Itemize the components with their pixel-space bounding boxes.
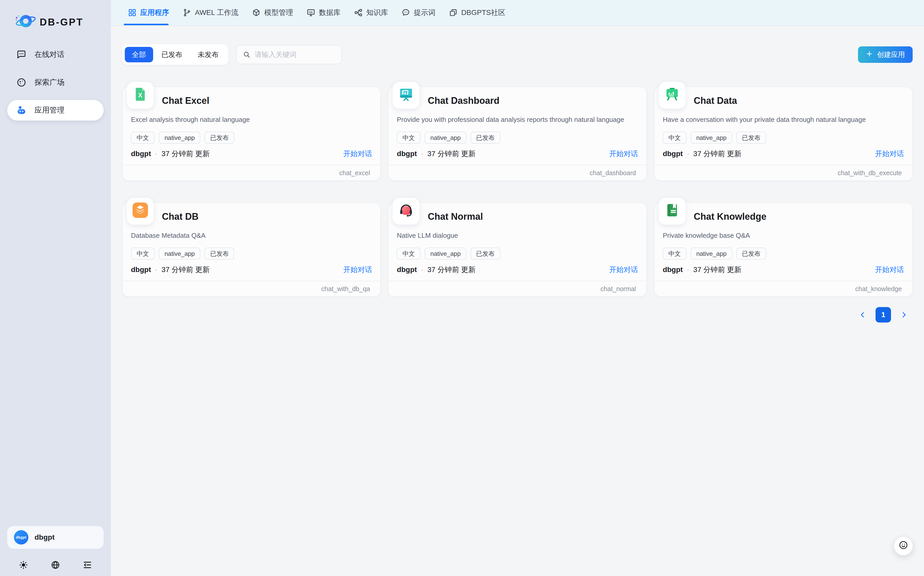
top-tabs: 应用程序 AWEL 工作流 模型管理 SQL 数据库 知识库 提示词 DBGPT…: [121, 0, 512, 25]
main-column: 应用程序 AWEL 工作流 模型管理 SQL 数据库 知识库 提示词 DBGPT…: [111, 0, 924, 576]
top-navbar: 应用程序 AWEL 工作流 模型管理 SQL 数据库 知识库 提示词 DBGPT…: [111, 0, 924, 26]
app-card-title: Chat Data: [694, 95, 737, 106]
meta-separator: ·: [155, 150, 157, 158]
smiley-icon: [898, 540, 908, 552]
app-card-owner: dbgpt: [663, 150, 683, 158]
search-input[interactable]: [255, 51, 335, 59]
knowledge-graph-icon: [354, 8, 363, 17]
tab-AWEL 工作流[interactable]: AWEL 工作流: [176, 0, 245, 25]
tag: 已发布: [736, 248, 766, 260]
next-page-button[interactable]: [900, 311, 908, 318]
discover-icon: [16, 77, 27, 88]
headset-icon: [398, 202, 414, 220]
meta-separator: ·: [687, 150, 689, 158]
tag: 中文: [131, 132, 155, 144]
app-card[interactable]: Chat DB Database Metadata Q&A 中文native_a…: [122, 202, 381, 297]
prompt-bubble-icon: [401, 8, 410, 17]
user-card[interactable]: dbgpt dbgpt: [7, 526, 104, 549]
sun-icon[interactable]: [19, 560, 28, 570]
tag: 已发布: [470, 248, 500, 260]
database-sql-icon: SQL: [306, 8, 315, 17]
sidebar-item-应用管理[interactable]: 应用管理: [7, 100, 104, 120]
tab-应用程序[interactable]: 应用程序: [121, 0, 176, 25]
tab-提示词[interactable]: 提示词: [395, 0, 442, 25]
toolbar: 全部已发布未发布 创建应用: [122, 44, 913, 65]
prev-page-button[interactable]: [859, 311, 866, 318]
app-card[interactable]: Chat Normal Native LLM dialogue 中文native…: [388, 202, 646, 297]
app-card-code: chat_normal: [600, 285, 636, 293]
sidebar-item-探索广场[interactable]: 探索广场: [7, 72, 104, 93]
globe-icon[interactable]: [51, 560, 60, 570]
app-card-code: chat_with_db_execute: [837, 169, 902, 177]
app-card[interactable]: Chat Data Have a conversation with your …: [654, 86, 913, 181]
sidebar-nav: 在线对话 探索广场 应用管理: [0, 44, 111, 120]
tag: 中文: [397, 248, 420, 260]
meta-separator: ·: [421, 266, 424, 274]
app-card-tags: 中文native_app已发布: [397, 132, 638, 144]
svg-text:X: X: [138, 92, 142, 99]
tag: 已发布: [736, 132, 766, 144]
tag: native_app: [159, 248, 201, 260]
tag: native_app: [691, 248, 732, 260]
app-card-tags: 中文native_app已发布: [131, 248, 372, 260]
app-card-updated: 37 分钟前 更新: [693, 265, 741, 275]
search-icon: [243, 51, 250, 58]
app-card-updated: 37 分钟前 更新: [693, 149, 741, 159]
app-card-description: Provide you with professional data analy…: [397, 115, 638, 125]
app-card-owner: dbgpt: [131, 150, 151, 158]
tab-模型管理[interactable]: 模型管理: [245, 0, 300, 25]
tag: 已发布: [204, 132, 234, 144]
tag: 中文: [131, 248, 155, 260]
start-chat-link[interactable]: 开始对话: [872, 149, 904, 159]
app-card[interactable]: X Chat Excel Excel analysis through natu…: [122, 86, 381, 181]
app-card-code: chat_dashboard: [590, 169, 636, 177]
app-card-owner: dbgpt: [397, 266, 417, 274]
collapse-sidebar-icon[interactable]: [82, 560, 92, 570]
create-app-label: 创建应用: [877, 50, 905, 59]
tag: 中文: [397, 132, 420, 144]
tag: native_app: [691, 132, 732, 144]
app-card-title: Chat Excel: [162, 95, 209, 106]
app-card-updated: 37 分钟前 更新: [427, 149, 476, 159]
tag: 已发布: [470, 132, 500, 144]
app-card-description: Native LLM dialogue: [397, 231, 638, 241]
tag: 中文: [663, 132, 687, 144]
start-chat-link[interactable]: 开始对话: [872, 265, 904, 275]
search-box[interactable]: [236, 45, 342, 64]
db-layers-icon: [133, 202, 148, 220]
app-root: DB-GPT 在线对话 探索广场 应用管理 dbgpt dbgpt 应用程序 A…: [0, 0, 924, 576]
chat-bubble-icon: [16, 49, 27, 60]
tag: native_app: [159, 132, 201, 144]
tab-数据库[interactable]: SQL 数据库: [300, 0, 347, 25]
app-card-title: Chat Knowledge: [694, 211, 767, 222]
plus-icon: [866, 50, 873, 59]
filter-option[interactable]: 已发布: [154, 47, 189, 62]
tag: 已发布: [204, 248, 234, 260]
filter-option[interactable]: 未发布: [191, 47, 226, 62]
start-chat-link[interactable]: 开始对话: [340, 265, 372, 275]
tab-知识库[interactable]: 知识库: [347, 0, 395, 25]
tab-DBGPTS社区[interactable]: DBGPTS社区: [442, 0, 512, 25]
app-card-title: Chat Normal: [428, 211, 483, 222]
brand-logo: DB-GPT: [0, 0, 111, 33]
sidebar-item-在线对话[interactable]: 在线对话: [7, 44, 104, 65]
meta-separator: ·: [687, 266, 689, 274]
page-number-button[interactable]: 1: [876, 307, 891, 323]
plugins-icon: [449, 8, 458, 17]
start-chat-link[interactable]: 开始对话: [606, 265, 638, 275]
user-name: dbgpt: [35, 533, 55, 541]
app-card-description: Private knowledge base Q&A: [663, 231, 904, 241]
app-card[interactable]: Chat Knowledge Private knowledge base Q&…: [654, 202, 913, 297]
create-app-button[interactable]: 创建应用: [858, 46, 913, 63]
feedback-fab[interactable]: [894, 537, 913, 555]
start-chat-link[interactable]: 开始对话: [340, 149, 372, 159]
start-chat-link[interactable]: 开始对话: [606, 149, 638, 159]
app-card-tags: 中文native_app已发布: [131, 132, 372, 144]
sidebar: DB-GPT 在线对话 探索广场 应用管理 dbgpt dbgpt: [0, 0, 111, 576]
filter-option[interactable]: 全部: [125, 47, 153, 62]
app-card-updated: 37 分钟前 更新: [161, 149, 210, 159]
app-card-description: Have a conversation with your private da…: [663, 115, 904, 125]
app-card[interactable]: Chat Dashboard Provide you with professi…: [388, 86, 646, 181]
app-card-tags: 中文native_app已发布: [663, 132, 904, 144]
svg-text:SQL: SQL: [309, 11, 313, 13]
